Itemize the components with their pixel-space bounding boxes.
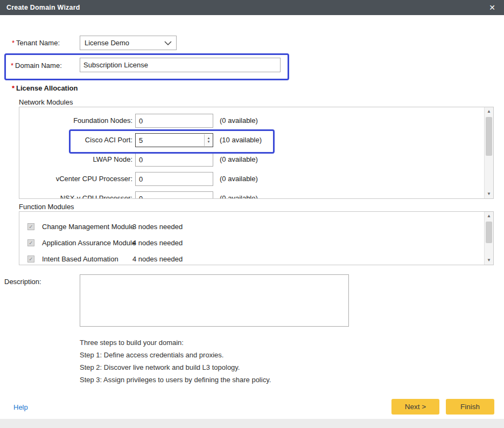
module-label: Intent Based Automation: [42, 254, 118, 265]
foundation-nodes-input[interactable]: [135, 114, 213, 128]
lwap-node-input[interactable]: [135, 153, 213, 167]
required-asterisk: *: [12, 84, 15, 92]
network-module-row: LWAP Node: (0 available): [19, 153, 493, 167]
next-button[interactable]: Next >: [391, 399, 439, 415]
scroll-down-icon[interactable]: ▼: [485, 190, 493, 198]
scroll-up-icon[interactable]: ▲: [485, 107, 493, 116]
domain-name-label: *Domain Name:: [11, 61, 62, 70]
nodes-needed: 3 nodes needed: [132, 222, 183, 232]
domain-name-input[interactable]: [80, 58, 281, 72]
description-textarea[interactable]: [80, 274, 349, 327]
network-module-row: NSX-v CPU Processer: (0 available): [19, 191, 493, 199]
checkbox-checked-icon[interactable]: ✓: [27, 256, 34, 263]
close-icon[interactable]: ✕: [487, 3, 498, 12]
page-background-strip: [0, 419, 504, 428]
available-count: (0 available): [220, 172, 258, 186]
checkbox-checked-icon[interactable]: ✓: [27, 223, 34, 230]
field-label: vCenter CPU Processer:: [19, 172, 132, 186]
network-modules-panel: Foundation Nodes: (0 available) Cisco AC…: [19, 107, 494, 199]
field-label: Cisco ACI Port:: [19, 133, 132, 147]
scroll-down-icon[interactable]: ▼: [485, 256, 493, 265]
available-count: (0 available): [220, 191, 258, 199]
finish-button[interactable]: Finish: [446, 399, 494, 415]
tenant-name-select[interactable]: License Demo: [80, 36, 177, 50]
cisco-aci-port-input[interactable]: [135, 133, 213, 147]
module-label: Change Management Module: [42, 222, 134, 232]
spinner-down-icon[interactable]: ▼: [207, 140, 211, 144]
function-modules-panel: ✓ Change Management Module 3 nodes neede…: [19, 211, 494, 265]
dialog-title: Create Domain Wizard: [6, 4, 80, 11]
module-label: Application Assurance Module: [42, 238, 136, 248]
available-count: (0 available): [220, 153, 258, 167]
step-3: Step 3: Assign privileges to users by de…: [80, 376, 271, 384]
tenant-name-label: *Tenant Name:: [12, 39, 60, 47]
field-label: Foundation Nodes:: [19, 114, 132, 128]
step-1: Step 1: Define access credentials and pr…: [80, 351, 223, 359]
spinner-up-icon[interactable]: ▲: [207, 136, 211, 140]
function-module-row: ✓ Application Assurance Module 4 nodes n…: [19, 238, 493, 248]
nsx-cpu-input[interactable]: [135, 191, 213, 199]
scrollbar-thumb[interactable]: [486, 117, 492, 156]
number-spinner[interactable]: ▲ ▼: [204, 134, 213, 146]
function-module-row: ✓ Change Management Module 3 nodes neede…: [19, 222, 493, 232]
function-panel-scrollbar[interactable]: ▲ ▼: [484, 212, 493, 265]
license-allocation-label: *License Allocation: [12, 84, 78, 92]
step-2: Step 2: Discover live network and build …: [80, 363, 240, 371]
function-module-row: ✓ Intent Based Automation 4 nodes needed: [19, 254, 493, 265]
network-module-row: Foundation Nodes: (0 available): [19, 114, 493, 128]
description-label: Description:: [4, 278, 41, 286]
required-asterisk: *: [12, 39, 15, 47]
available-count: (10 available): [220, 133, 262, 147]
tenant-name-value: License Demo: [85, 39, 129, 47]
available-count: (0 available): [220, 114, 258, 128]
help-link[interactable]: Help: [13, 403, 28, 411]
vcenter-cpu-input[interactable]: [135, 172, 213, 186]
network-panel-scrollbar[interactable]: ▲ ▼: [484, 107, 493, 198]
network-module-row: vCenter CPU Processer: (0 available): [19, 172, 493, 186]
field-label: NSX-v CPU Processer:: [19, 191, 132, 199]
scroll-up-icon[interactable]: ▲: [485, 212, 493, 220]
dialog-titlebar: Create Domain Wizard ✕: [0, 0, 504, 15]
scrollbar-thumb[interactable]: [486, 222, 492, 243]
field-label: LWAP Node:: [19, 153, 132, 167]
nodes-needed: 4 nodes needed: [132, 238, 183, 248]
checkbox-checked-icon[interactable]: ✓: [27, 239, 34, 246]
required-asterisk: *: [11, 61, 13, 70]
network-module-row: Cisco ACI Port: ▲ ▼ (10 available): [19, 133, 493, 147]
network-modules-label: Network Modules: [19, 98, 73, 106]
steps-intro: Three steps to build your domain:: [80, 339, 184, 347]
chevron-down-icon: [164, 41, 172, 45]
nodes-needed: 4 nodes needed: [132, 254, 183, 265]
function-modules-label: Function Modules: [19, 203, 74, 211]
